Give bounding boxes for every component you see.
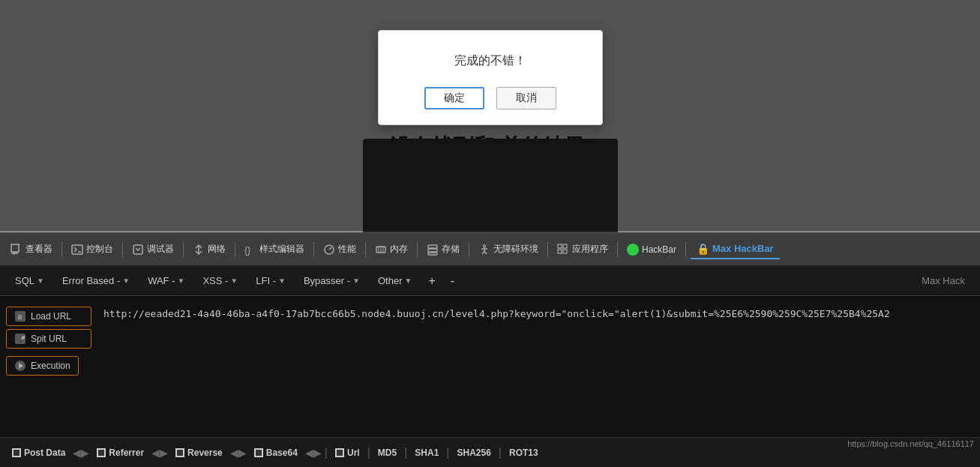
svg-rect-23 bbox=[563, 244, 567, 248]
toolbar-hackbar-label: HackBar bbox=[642, 244, 676, 255]
sep-bottom-2: | bbox=[366, 446, 372, 460]
svg-line-21 bbox=[484, 251, 487, 254]
execution-button[interactable]: Execution bbox=[6, 356, 79, 376]
hackbar-circle-icon bbox=[627, 244, 639, 256]
toolbar-item-network[interactable]: 网络 bbox=[188, 240, 230, 259]
modal-overlay: 完成的不错！ 确定 取消 bbox=[0, 0, 980, 231]
base64-label: Base64 bbox=[266, 448, 298, 458]
url-checkbox[interactable] bbox=[335, 448, 344, 457]
menu-minus-button[interactable]: - bbox=[445, 271, 460, 291]
bottom-item-sha256[interactable]: SHA256 bbox=[451, 445, 496, 461]
hackbar-menu: SQL ▼ Error Based - ▼ WAF - ▼ XSS - ▼ LF… bbox=[0, 266, 980, 296]
toolbar-sep-1 bbox=[61, 242, 62, 257]
bottom-item-rot13[interactable]: ROT13 bbox=[503, 445, 544, 461]
toolbar-network-label: 网络 bbox=[208, 243, 226, 256]
sql-dropdown-icon: ▼ bbox=[37, 277, 44, 285]
bottom-item-reverse[interactable]: Reverse bbox=[169, 445, 229, 461]
menu-item-error-based[interactable]: Error Based - ▼ bbox=[55, 272, 137, 289]
sha256-label: SHA256 bbox=[457, 448, 490, 458]
menu-other-label: Other bbox=[378, 275, 403, 286]
arrow-1: ◀▶ bbox=[71, 447, 91, 459]
sep-bottom-3: | bbox=[403, 446, 409, 460]
post-data-checkbox[interactable] bbox=[12, 448, 21, 457]
toolbar-item-max-hackbar[interactable]: 🔒 Max HackBar bbox=[691, 240, 780, 259]
modal-confirm-button[interactable]: 确定 bbox=[424, 87, 484, 109]
reverse-checkbox[interactable] bbox=[175, 448, 184, 457]
toolbar-item-style[interactable]: {} 样式编辑器 bbox=[240, 240, 309, 259]
bottom-item-md5[interactable]: MD5 bbox=[372, 445, 403, 461]
load-url-button[interactable]: 🖥 Load URL bbox=[6, 307, 91, 326]
accessibility-icon bbox=[478, 244, 490, 256]
toolbar-item-memory[interactable]: 内存 bbox=[370, 240, 412, 259]
toolbar-sep-8 bbox=[469, 242, 469, 257]
menu-item-waf[interactable]: WAF - ▼ bbox=[140, 272, 192, 289]
network-icon bbox=[193, 244, 205, 256]
csdn-link[interactable]: https://blog.csdn.net/qq_46116117 bbox=[847, 439, 974, 448]
menu-item-xss[interactable]: XSS - ▼ bbox=[195, 272, 245, 289]
toolbar-sep-9 bbox=[547, 242, 548, 257]
style-icon: {} bbox=[244, 244, 256, 256]
arrow-3: ◀▶ bbox=[229, 447, 248, 459]
svg-rect-16 bbox=[428, 253, 437, 255]
toolbar-item-console[interactable]: 控制台 bbox=[67, 240, 118, 259]
bottom-item-base64[interactable]: Base64 bbox=[248, 445, 304, 461]
split-url-icon: 🎤 bbox=[14, 333, 26, 345]
svg-rect-24 bbox=[558, 250, 562, 253]
load-url-icon: 🖥 bbox=[14, 310, 26, 322]
sep-bottom-4: | bbox=[445, 446, 451, 460]
svg-rect-22 bbox=[558, 244, 562, 248]
toolbar-item-performance[interactable]: 性能 bbox=[319, 240, 361, 259]
toolbar-item-hackbar[interactable]: HackBar bbox=[622, 241, 681, 259]
lfi-dropdown-icon: ▼ bbox=[278, 277, 286, 285]
svg-rect-14 bbox=[428, 245, 437, 248]
hackbar-panel: SQL ▼ Error Based - ▼ WAF - ▼ XSS - ▼ LF… bbox=[0, 266, 980, 467]
base64-checkbox[interactable] bbox=[254, 448, 263, 457]
menu-item-other[interactable]: Other ▼ bbox=[370, 272, 419, 289]
svg-line-9 bbox=[329, 247, 331, 250]
menu-sql-label: SQL bbox=[15, 275, 34, 286]
toolbar-item-accessibility[interactable]: 无障碍环境 bbox=[474, 240, 543, 259]
toolbar-item-inspect[interactable]: 查看器 bbox=[6, 240, 57, 259]
menu-item-bypasser[interactable]: Bypasser - ▼ bbox=[296, 272, 367, 289]
bottom-item-referrer[interactable]: Referrer bbox=[91, 445, 150, 461]
menu-xss-label: XSS - bbox=[202, 275, 228, 286]
modal-cancel-button[interactable]: 取消 bbox=[496, 87, 556, 109]
toolbar-console-label: 控制台 bbox=[86, 243, 113, 256]
toolbar-inspect-label: 查看器 bbox=[25, 243, 52, 256]
console-icon bbox=[71, 244, 83, 256]
toolbar-item-apps[interactable]: 应用程序 bbox=[553, 240, 613, 259]
referrer-label: Referrer bbox=[109, 448, 144, 458]
menu-item-lfi[interactable]: LFI - ▼ bbox=[248, 272, 293, 289]
menu-plus-button[interactable]: + bbox=[422, 271, 441, 291]
menu-item-sql[interactable]: SQL ▼ bbox=[7, 272, 52, 289]
toolbar-storage-label: 存储 bbox=[442, 243, 460, 256]
referrer-checkbox[interactable] bbox=[97, 448, 106, 457]
toolbar-sep-4 bbox=[235, 242, 235, 257]
bottom-item-url[interactable]: Url bbox=[329, 445, 366, 461]
svg-rect-15 bbox=[428, 249, 437, 252]
toolbar-item-debugger[interactable]: 调试器 bbox=[127, 240, 178, 259]
bottom-item-sha1[interactable]: SHA1 bbox=[409, 445, 445, 461]
error-based-dropdown-icon: ▼ bbox=[122, 277, 130, 285]
modal-dialog: 完成的不错！ 确定 取消 bbox=[378, 30, 603, 125]
menu-lfi-label: LFI - bbox=[256, 275, 276, 286]
split-url-button[interactable]: 🎤 Spit URL bbox=[6, 329, 91, 349]
toolbar-item-storage[interactable]: 存储 bbox=[422, 240, 464, 259]
sep-bottom-1: | bbox=[323, 446, 329, 460]
other-dropdown-icon: ▼ bbox=[404, 277, 412, 285]
bottom-item-post-data[interactable]: Post Data bbox=[6, 445, 71, 461]
sep-bottom-5: | bbox=[497, 446, 503, 460]
toolbar-performance-label: 性能 bbox=[338, 243, 356, 256]
toolbar-max-hackbar-label: Max HackBar bbox=[712, 243, 774, 254]
arrow-2: ◀▶ bbox=[150, 447, 169, 459]
modal-message: 完成的不错！ bbox=[394, 53, 587, 69]
svg-text:🖥: 🖥 bbox=[16, 313, 23, 321]
lock-icon: 🔒 bbox=[697, 243, 709, 255]
menu-error-based-label: Error Based - bbox=[62, 275, 120, 286]
svg-rect-0 bbox=[11, 244, 19, 252]
url-display[interactable]: http://eeaded21-4a40-46ba-a4f0-17ab7bcc6… bbox=[97, 304, 980, 325]
bottom-right-link: https://blog.csdn.net/qq_46116117 bbox=[847, 438, 974, 467]
hackbar-url-area: 🖥 Load URL 🎤 Spit URL http://eeaded21 bbox=[0, 296, 980, 437]
url-action-buttons: 🖥 Load URL 🎤 Spit URL bbox=[0, 304, 97, 352]
memory-icon bbox=[375, 244, 387, 256]
